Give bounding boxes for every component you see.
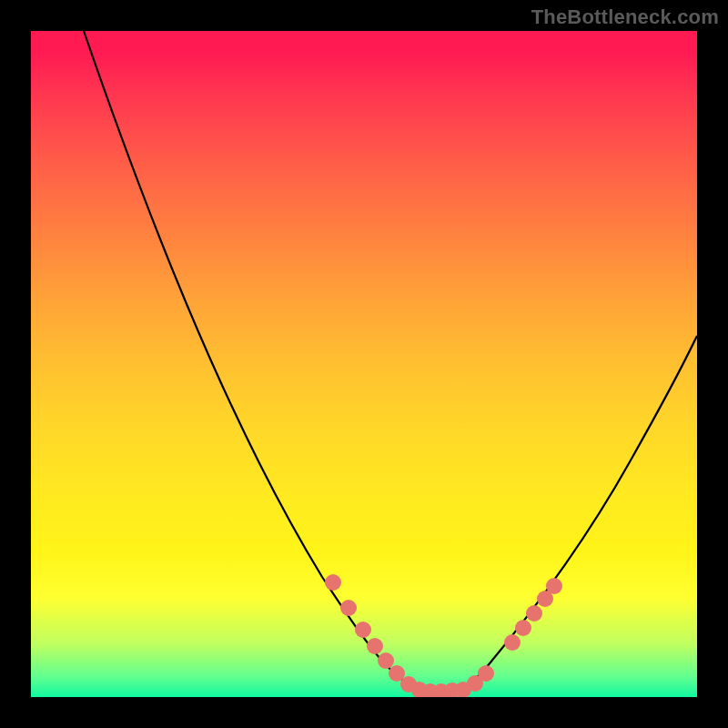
highlight-dot [515, 620, 531, 636]
highlight-dot [325, 574, 341, 591]
highlight-markers [325, 574, 562, 697]
highlight-dot [378, 652, 394, 669]
highlight-dot [478, 665, 494, 682]
bottleneck-curve [84, 31, 697, 691]
highlight-dot [340, 600, 357, 616]
chart-svg [31, 31, 697, 697]
highlight-dot [355, 622, 371, 638]
highlight-dot [546, 578, 562, 594]
highlight-dot [504, 634, 521, 651]
chart-frame: TheBottleneck.com [0, 0, 728, 728]
curve-group [84, 31, 697, 691]
highlight-dot [526, 605, 542, 622]
plot-area [31, 31, 697, 697]
watermark-text: TheBottleneck.com [531, 5, 719, 29]
highlight-dot [367, 638, 383, 654]
